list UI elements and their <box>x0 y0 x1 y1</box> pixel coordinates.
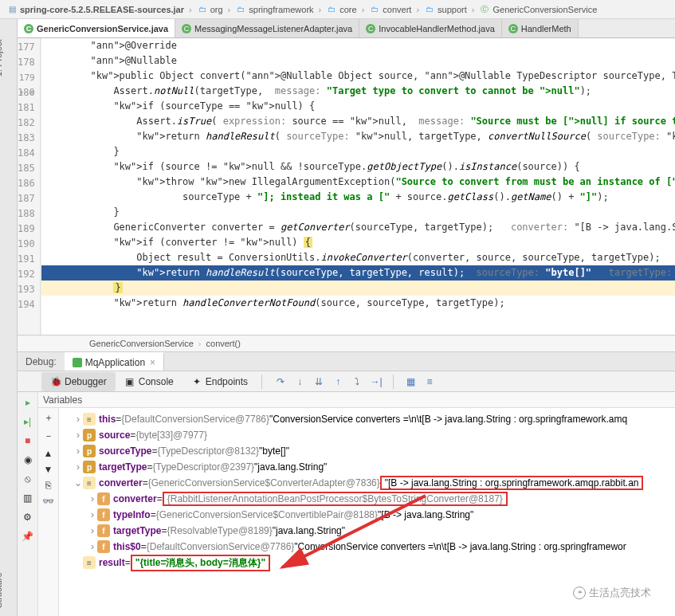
folder-icon: 🗀 <box>235 4 246 15</box>
console-tab[interactable]: ▣Console <box>116 372 182 391</box>
step-out-icon[interactable]: ↑ <box>331 375 345 389</box>
wechat-icon: ❝ <box>573 587 586 599</box>
variable-row[interactable]: ›ftypeInfo = {GenericConversionService$C… <box>59 507 675 523</box>
endpoints-tab[interactable]: ✦Endpoints <box>182 372 257 391</box>
debug-session-tab[interactable]: MqApplication × <box>65 352 164 371</box>
context-breadcrumb[interactable]: GenericConversionService›convert() <box>18 335 675 352</box>
view-breakpoints-icon[interactable]: ◉ <box>21 453 35 467</box>
crumb-class[interactable]: ⒸGenericConversionService <box>476 4 600 15</box>
copy-icon[interactable]: ⎘ <box>45 480 51 491</box>
debug-panel: Debug: MqApplication × 🐞Debugger ▣Consol… <box>18 352 675 616</box>
rerun-icon[interactable]: ▸| <box>21 414 35 429</box>
run-to-cursor-icon[interactable]: →| <box>369 375 383 389</box>
endpoints-icon: ✦ <box>191 376 202 387</box>
left-tool-stripe: 1: Project Structure <box>0 19 18 616</box>
glasses-icon[interactable]: 👓 <box>42 496 54 507</box>
bug-icon: 🐞 <box>50 376 61 387</box>
java-file-icon: C <box>366 24 375 33</box>
variable-row[interactable]: ›fconverter = {RabbitListenerAnnotationB… <box>59 491 675 507</box>
variables-header: Variables <box>38 392 675 408</box>
debug-body: ▸ ▸| ■ ◉ ⦸ ▥ ⚙ 📌 Variables ＋ － ▲ ▼ ⎘ 👓 <box>18 392 675 616</box>
add-watch-icon[interactable]: ＋ <box>44 411 53 425</box>
variables-body: ＋ － ▲ ▼ ⎘ 👓 ›≡this = {DefaultConversionS… <box>38 408 675 616</box>
step-toolbar: ↷ ↓ ⇊ ↑ ⤵ →| ▦ ≡ <box>273 375 437 389</box>
variables-tree[interactable]: ›≡this = {DefaultConversionService@7786}… <box>59 408 675 616</box>
debug-main: Variables ＋ － ▲ ▼ ⎘ 👓 ›≡this = {DefaultC… <box>38 392 675 616</box>
file-tab[interactable]: CMessagingMessageListenerAdapter.java <box>175 19 359 37</box>
crumb-folder[interactable]: 🗀springframework <box>232 4 316 15</box>
file-tab-active[interactable]: CGenericConversionService.java <box>18 19 175 37</box>
crumb-jar[interactable]: ▤spring-core-5.2.5.RELEASE-sources.jar <box>3 4 187 15</box>
folder-icon: 🗀 <box>369 4 380 15</box>
code-content[interactable]: "ann">@Override "ann">@Nullable "kw">pub… <box>41 38 675 349</box>
class-icon: Ⓒ <box>479 4 490 15</box>
variable-row[interactable]: ›psource = {byte[33]@7977} <box>59 427 675 443</box>
variable-row[interactable]: ›ptargetType = {TypeDescriptor@2397} "ja… <box>59 459 675 475</box>
folder-icon: 🗀 <box>326 4 337 15</box>
crumb-folder[interactable]: 🗀convert <box>366 4 414 15</box>
project-tool-button[interactable]: 1: Project <box>0 40 3 77</box>
resume-icon[interactable]: ▸ <box>21 395 35 410</box>
file-tab[interactable]: CInvocableHandlerMethod.java <box>359 19 502 37</box>
variable-row[interactable]: ⌄≡converter = {GenericConversionService$… <box>59 475 675 491</box>
evaluate-icon[interactable]: ▦ <box>403 375 418 389</box>
step-over-icon[interactable]: ↷ <box>273 375 288 389</box>
folder-icon: 🗀 <box>424 4 435 15</box>
layout-icon[interactable]: ▥ <box>21 491 35 505</box>
variable-row[interactable]: ›fthis$0 = {DefaultConversionService@778… <box>59 539 675 555</box>
stop-icon[interactable]: ■ <box>21 434 35 448</box>
java-file-icon: C <box>182 24 191 33</box>
mute-breakpoints-icon[interactable]: ⦸ <box>21 472 35 486</box>
pin-icon[interactable]: 📌 <box>21 529 35 543</box>
variable-row[interactable]: ›ftargetType = {ResolvableType@8189} "ja… <box>59 523 675 539</box>
debug-left-toolbar: ▸ ▸| ■ ◉ ⦸ ▥ ⚙ 📌 <box>18 392 38 616</box>
trace-icon[interactable]: ≡ <box>422 375 437 389</box>
vars-toolbar: ＋ － ▲ ▼ ⎘ 👓 <box>38 408 59 616</box>
variable-row[interactable]: ›≡this = {DefaultConversionService@7786}… <box>59 411 675 427</box>
settings-icon[interactable]: ⚙ <box>21 510 35 524</box>
down-icon[interactable]: ▼ <box>44 464 53 475</box>
crumb-folder[interactable]: 🗀org <box>194 4 226 15</box>
breadcrumb-bar: ▤spring-core-5.2.5.RELEASE-sources.jar ›… <box>0 0 675 19</box>
file-tab[interactable]: CHandlerMeth <box>502 19 579 37</box>
variable-row[interactable]: ≡result = "{title=消息头, body=消息体}" <box>59 555 675 571</box>
spring-boot-icon <box>73 358 82 367</box>
debug-tool-window-tabs: Debug: MqApplication × <box>18 352 675 371</box>
code-editor[interactable]: 177178179 ↑ ⊜180181182183184185186187188… <box>18 38 675 349</box>
step-into-icon[interactable]: ↓ <box>292 375 307 389</box>
jar-icon: ▤ <box>6 4 18 15</box>
java-file-icon: C <box>508 24 518 33</box>
remove-watch-icon[interactable]: － <box>44 430 53 443</box>
debugger-tab[interactable]: 🐞Debugger <box>41 372 116 391</box>
editor-tabs: CGenericConversionService.java CMessagin… <box>0 19 675 38</box>
line-number-gutter: 177178179 ↑ ⊜180181182183184185186187188… <box>18 38 41 349</box>
debug-inner-toolbar: 🐞Debugger ▣Console ✦Endpoints ↷ ↓ ⇊ ↑ ⤵ … <box>18 371 675 392</box>
drop-frame-icon[interactable]: ⤵ <box>350 375 364 389</box>
watermark: ❝ 生活点亮技术 <box>573 586 651 600</box>
folder-icon: 🗀 <box>197 4 208 15</box>
force-step-into-icon[interactable]: ⇊ <box>312 375 326 389</box>
close-session-icon[interactable]: × <box>150 357 155 368</box>
java-file-icon: C <box>24 24 33 33</box>
variable-row[interactable]: ›psourceType = {TypeDescriptor@8132} "by… <box>59 443 675 459</box>
structure-tool-button[interactable]: Structure <box>0 572 3 608</box>
debug-label: Debug: <box>18 352 65 371</box>
console-icon: ▣ <box>124 376 135 387</box>
crumb-folder[interactable]: 🗀support <box>421 4 470 15</box>
up-icon[interactable]: ▲ <box>44 448 53 459</box>
crumb-folder[interactable]: 🗀core <box>323 4 359 15</box>
